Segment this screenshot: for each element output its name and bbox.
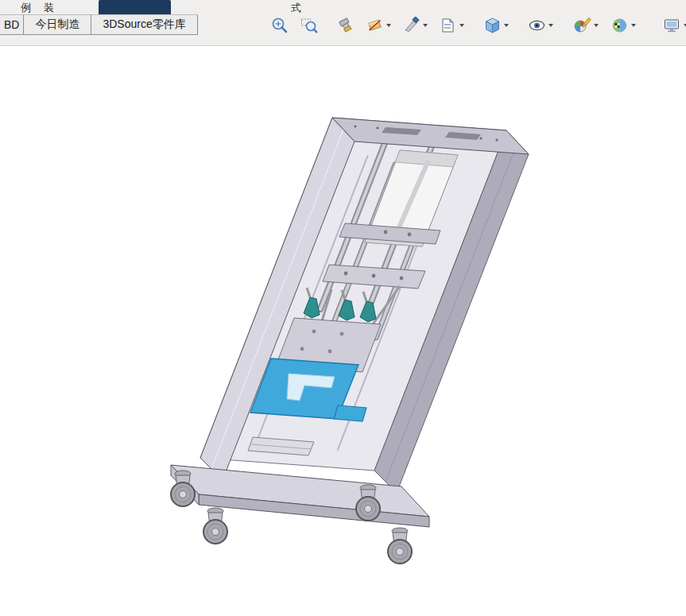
- graphics-viewport[interactable]: [0, 46, 686, 616]
- section-view-button[interactable]: [364, 15, 393, 36]
- command-tab-fragment[interactable]: 例: [21, 1, 31, 14]
- blue-plate[interactable]: [250, 358, 366, 421]
- new-view-button[interactable]: [437, 15, 467, 36]
- dropdown-arrow-icon[interactable]: [423, 24, 428, 27]
- knife-tool-icon: [403, 17, 421, 34]
- view-settings-button[interactable]: [660, 15, 686, 36]
- section-view-icon: [366, 17, 384, 34]
- view-orientation-button[interactable]: [481, 15, 511, 36]
- zoom-to-area-button[interactable]: [298, 15, 320, 36]
- eye-icon: [528, 17, 546, 34]
- dropdown-arrow-icon[interactable]: [594, 24, 599, 27]
- zoom-to-fit-icon: [271, 17, 289, 34]
- dropdown-arrow-icon[interactable]: [504, 24, 509, 27]
- drawing-view-button[interactable]: [401, 15, 430, 36]
- edit-appearance-button[interactable]: [570, 15, 601, 36]
- view-cube-icon: [483, 17, 502, 34]
- dropdown-arrow-icon[interactable]: [548, 24, 553, 27]
- apply-scene-button[interactable]: [608, 15, 638, 36]
- dropdown-arrow-icon[interactable]: [459, 24, 464, 27]
- dropdown-arrow-icon[interactable]: [386, 24, 391, 27]
- tab-3dsource-library[interactable]: 3DSource零件库: [91, 14, 197, 35]
- active-command-tab[interactable]: [99, 0, 171, 14]
- previous-view-button[interactable]: [335, 15, 357, 36]
- hide-show-items-button[interactable]: [525, 15, 556, 36]
- command-tab-fragment[interactable]: 式: [291, 1, 301, 14]
- cad-model-cart-assembly[interactable]: [147, 89, 545, 582]
- dropdown-arrow-icon[interactable]: [631, 24, 636, 27]
- heads-up-view-toolbar: [269, 14, 686, 37]
- tab-today-manufacture[interactable]: 今日制造: [23, 14, 91, 35]
- appearance-sphere-pencil-icon: [572, 17, 591, 34]
- monitor-icon: [662, 17, 681, 34]
- command-tab-fragment[interactable]: 装: [44, 1, 54, 14]
- zoom-to-area-icon: [300, 17, 318, 34]
- commandmanager-tabs: BD 今日制造 3DSource零件库: [0, 14, 198, 35]
- command-tab-strip: 例 装 式: [0, 0, 686, 14]
- page-icon: [440, 17, 457, 34]
- caster-front-left[interactable]: [203, 508, 227, 544]
- scene-sphere-icon: [610, 17, 629, 34]
- previous-view-icon: [337, 17, 355, 34]
- tab-bd[interactable]: BD: [0, 14, 24, 35]
- app-header: 例 装 式 BD 今日制造 3DSource零件库: [0, 0, 686, 46]
- caster-front-right[interactable]: [388, 528, 412, 564]
- zoom-to-fit-button[interactable]: [269, 15, 291, 36]
